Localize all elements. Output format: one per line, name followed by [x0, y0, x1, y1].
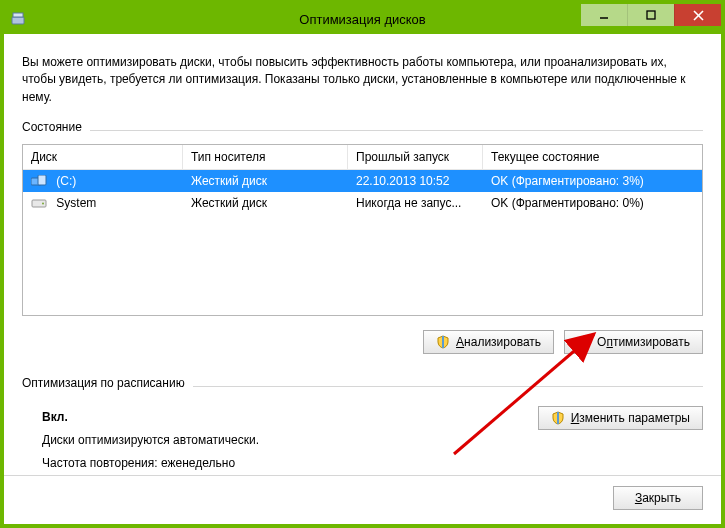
drive-icon	[31, 175, 47, 187]
schedule-section-label: Оптимизация по расписанию	[22, 376, 185, 390]
analyze-button[interactable]: Анализировать	[423, 330, 554, 354]
svg-rect-0	[12, 17, 24, 24]
drive-name: System	[56, 196, 96, 210]
schedule-frequency: Частота повторения: еженедельно	[42, 452, 703, 475]
svg-point-9	[42, 203, 44, 205]
intro-text: Вы можете оптимизировать диски, чтобы по…	[22, 54, 703, 106]
drive-media: Жесткий диск	[183, 196, 348, 210]
col-lastrun[interactable]: Прошлый запуск	[348, 145, 483, 169]
app-icon	[10, 11, 26, 27]
drive-icon	[31, 197, 47, 209]
schedule-auto-text: Диски оптимизируются автоматически.	[42, 429, 703, 452]
button-label: Закрыть	[635, 491, 681, 505]
drive-state: OK (Фрагментировано: 0%)	[483, 196, 702, 210]
schedule-area: Изменить параметры Вкл. Диски оптимизиру…	[22, 406, 703, 474]
drive-state: OK (Фрагментировано: 3%)	[483, 174, 702, 188]
window-controls	[581, 4, 721, 26]
svg-rect-7	[38, 175, 46, 185]
close-dialog-button[interactable]: Закрыть	[613, 486, 703, 510]
optimize-button[interactable]: Оптимизировать	[564, 330, 703, 354]
bottom-bar: Закрыть	[4, 475, 721, 524]
change-settings-button[interactable]: Изменить параметры	[538, 406, 703, 430]
button-label: Оптимизировать	[597, 335, 690, 349]
drive-name: (C:)	[56, 174, 76, 188]
drive-lastrun: 22.10.2013 10:52	[348, 174, 483, 188]
drive-list[interactable]: Диск Тип носителя Прошлый запуск Текущее…	[22, 144, 703, 316]
svg-rect-1	[13, 13, 23, 17]
col-current[interactable]: Текущее состояние	[483, 145, 702, 169]
minimize-button[interactable]	[581, 4, 627, 26]
titlebar[interactable]: Оптимизация дисков	[4, 4, 721, 34]
list-row[interactable]: (C:) Жесткий диск 22.10.2013 10:52 OK (Ф…	[23, 170, 702, 192]
shield-icon	[551, 411, 565, 425]
list-header[interactable]: Диск Тип носителя Прошлый запуск Текущее…	[23, 145, 702, 170]
svg-rect-3	[647, 11, 655, 19]
window-frame: Оптимизация дисков Вы можете оптимизиров…	[0, 0, 725, 528]
button-label: Анализировать	[456, 335, 541, 349]
drive-media: Жесткий диск	[183, 174, 348, 188]
close-button[interactable]	[674, 4, 721, 26]
maximize-button[interactable]	[627, 4, 674, 26]
status-section-label: Состояние	[22, 120, 82, 134]
col-disk[interactable]: Диск	[23, 145, 183, 169]
client-area: Вы можете оптимизировать диски, чтобы по…	[4, 34, 721, 524]
shield-icon	[436, 335, 450, 349]
action-buttons: Анализировать Оптимизировать	[22, 330, 703, 354]
col-media[interactable]: Тип носителя	[183, 145, 348, 169]
drive-lastrun: Никогда не запус...	[348, 196, 483, 210]
shield-icon	[577, 335, 591, 349]
list-row[interactable]: System Жесткий диск Никогда не запус... …	[23, 192, 702, 214]
button-label: Изменить параметры	[571, 411, 690, 425]
